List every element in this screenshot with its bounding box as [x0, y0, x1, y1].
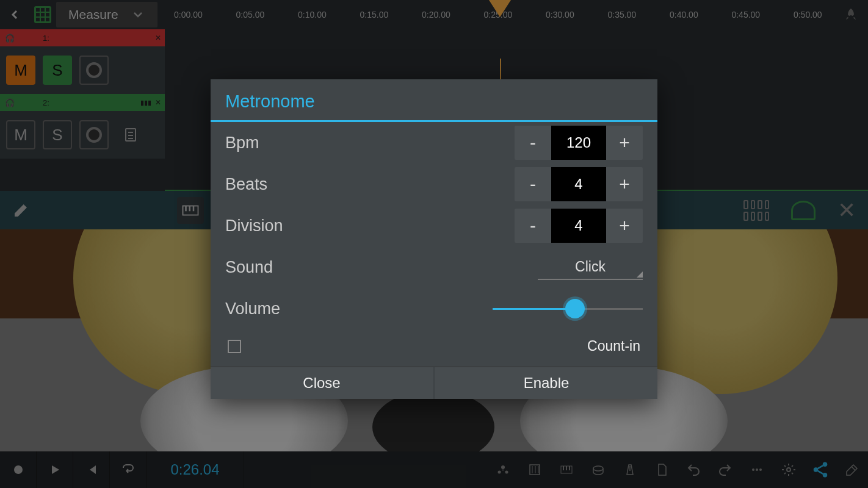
division-label: Division — [225, 217, 283, 235]
sound-select[interactable]: Click — [538, 255, 643, 280]
division-stepper: - 4 + — [515, 209, 643, 243]
beats-minus-button[interactable]: - — [515, 167, 551, 201]
bpm-value[interactable]: 120 — [551, 126, 606, 160]
division-minus-button[interactable]: - — [515, 209, 551, 243]
beats-value[interactable]: 4 — [551, 167, 606, 201]
beats-label: Beats — [225, 175, 267, 194]
metronome-dialog: Metronome Bpm - 120 + Beats - 4 + Divisi… — [211, 79, 657, 399]
division-plus-button[interactable]: + — [606, 209, 643, 243]
division-value[interactable]: 4 — [551, 209, 606, 243]
beats-plus-button[interactable]: + — [606, 167, 643, 201]
volume-label: Volume — [225, 300, 280, 318]
bpm-stepper: - 120 + — [515, 126, 643, 160]
enable-button[interactable]: Enable — [435, 367, 657, 399]
bpm-minus-button[interactable]: - — [515, 126, 551, 160]
countin-checkbox[interactable] — [228, 340, 241, 353]
beats-stepper: - 4 + — [515, 167, 643, 201]
sound-label: Sound — [225, 258, 273, 277]
bpm-label: Bpm — [225, 134, 259, 152]
dialog-title: Metronome — [211, 79, 657, 120]
bpm-plus-button[interactable]: + — [606, 126, 643, 160]
countin-label: Count-in — [587, 338, 640, 354]
volume-slider[interactable] — [493, 301, 643, 316]
close-button[interactable]: Close — [211, 367, 433, 399]
